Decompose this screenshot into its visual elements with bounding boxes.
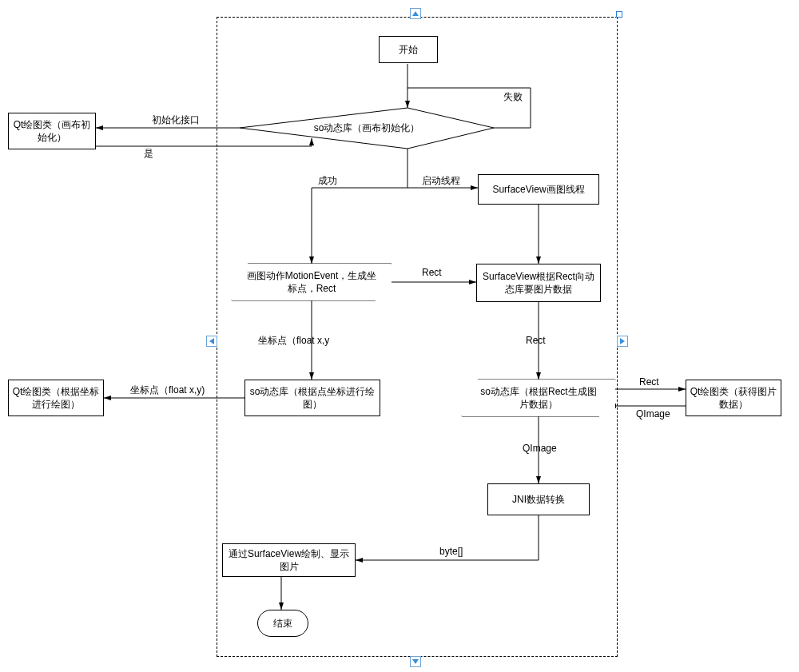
node-jni-convert-label: JNI数据转换 <box>512 493 565 506</box>
scroll-up-handle[interactable] <box>410 8 421 19</box>
node-surface-thread: SurfaceView画图线程 <box>478 174 599 205</box>
selection-handle[interactable] <box>616 11 622 18</box>
node-end: 结束 <box>257 610 308 637</box>
node-qt-draw-by-coord: Qt绘图类（根据坐标进行绘图） <box>8 380 104 416</box>
chevron-up-icon <box>412 11 419 16</box>
node-decision-init: so动态库（画布初始化） <box>240 108 494 149</box>
node-surface-display-label: 通过SurfaceView绘制、显示图片 <box>226 547 352 573</box>
edge-label-qimage-1: QImage <box>636 408 670 420</box>
flowchart-canvas: 开始 so动态库（画布初始化） Qt绘图类（画布初始化） SurfaceView… <box>0 0 799 672</box>
node-surface-rect-fetch: SurfaceView根据Rect向动态库要图片数据 <box>476 264 601 302</box>
edge-label-rect-3: Rect <box>639 376 659 388</box>
edge-label-rect-2: Rect <box>526 335 546 346</box>
chevron-left-icon <box>209 338 214 344</box>
node-so-draw-by-coord-label: so动态库（根据点坐标进行绘图） <box>248 385 376 411</box>
scroll-right-handle[interactable] <box>617 336 628 347</box>
node-surface-rect-fetch-label: SurfaceView根据Rect向动态库要图片数据 <box>480 270 597 296</box>
edge-label-byte: byte[] <box>439 546 463 557</box>
edge-layer <box>0 0 799 672</box>
scroll-down-handle[interactable] <box>410 656 421 667</box>
node-so-draw-by-coord: so动态库（根据点坐标进行绘图） <box>244 380 380 416</box>
chevron-down-icon <box>412 659 419 664</box>
edge-label-rect-1: Rect <box>422 267 442 278</box>
node-jni-convert: JNI数据转换 <box>487 483 590 515</box>
node-so-gen-image: so动态库（根据Rect生成图片数据） <box>462 380 615 416</box>
edge-label-init-interface: 初始化接口 <box>152 113 200 127</box>
node-so-gen-image-label: so动态库（根据Rect生成图片数据） <box>476 385 601 411</box>
node-start-label: 开始 <box>399 43 418 56</box>
scroll-left-handle[interactable] <box>206 336 217 347</box>
node-surface-display: 通过SurfaceView绘制、显示图片 <box>222 543 356 577</box>
edge-label-qimage-2: QImage <box>523 443 557 454</box>
node-qt-get-image: Qt绘图类（获得图片数据） <box>686 380 781 416</box>
edge-label-start-thread: 启动线程 <box>422 174 460 188</box>
node-qt-canvas-init: Qt绘图类（画布初始化） <box>8 113 96 149</box>
node-end-label: 结束 <box>273 617 292 630</box>
node-motion-event-label: 画图动作MotionEvent，生成坐标点，Rect <box>246 269 377 295</box>
node-motion-event: 画图动作MotionEvent，生成坐标点，Rect <box>232 264 392 300</box>
edge-label-yes: 是 <box>144 147 153 161</box>
node-decision-init-label: so动态库（画布初始化） <box>314 122 420 135</box>
edge-label-fail: 失败 <box>503 90 523 104</box>
node-surface-thread-label: SurfaceView画图线程 <box>492 183 584 196</box>
edge-label-coord-2: 坐标点（float x,y) <box>130 384 205 397</box>
node-qt-canvas-init-label: Qt绘图类（画布初始化） <box>12 118 92 144</box>
chevron-right-icon <box>620 338 625 344</box>
edge-label-coord-1: 坐标点（float x,y <box>258 334 329 348</box>
edge-label-success: 成功 <box>318 174 337 188</box>
node-start: 开始 <box>379 36 438 63</box>
node-qt-draw-by-coord-label: Qt绘图类（根据坐标进行绘图） <box>12 385 100 411</box>
node-qt-get-image-label: Qt绘图类（获得图片数据） <box>690 385 777 411</box>
